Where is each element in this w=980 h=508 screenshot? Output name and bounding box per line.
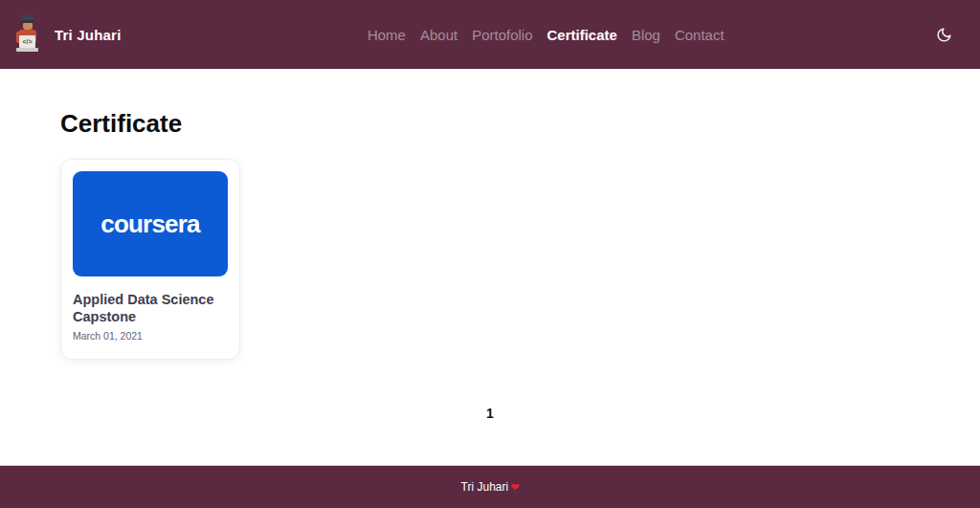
nav-item-home[interactable]: Home: [368, 27, 406, 43]
nav-item-blog[interactable]: Blog: [632, 27, 660, 43]
avatar-icon: </>: [13, 14, 41, 55]
pagination-page-1[interactable]: 1: [480, 404, 500, 423]
nav-item-contact[interactable]: Contact: [675, 27, 724, 43]
theme-toggle-button[interactable]: [932, 23, 955, 46]
nav-item-portofolio[interactable]: Portofolio: [472, 27, 532, 43]
page-title: Certificate: [60, 109, 920, 139]
certificate-title: Applied Data Science Capstone: [73, 292, 228, 325]
certificate-card[interactable]: coursera Applied Data Science Capstone M…: [60, 159, 240, 360]
footer: Tri Juhari ❤: [0, 466, 980, 508]
main-content: Certificate coursera Applied Data Scienc…: [0, 69, 980, 423]
nav-item-certificate[interactable]: Certificate: [547, 27, 617, 43]
main-nav: Home About Portofolio Certificate Blog C…: [160, 27, 932, 43]
coursera-logo-text: coursera: [100, 210, 199, 239]
brand-name[interactable]: Tri Juhari: [55, 27, 122, 43]
coursera-logo: coursera: [73, 171, 228, 276]
svg-text:</>: </>: [22, 38, 32, 45]
pagination: 1: [60, 404, 920, 423]
moon-icon: [936, 27, 952, 43]
nav-item-about[interactable]: About: [420, 27, 457, 43]
heart-icon: ❤: [510, 482, 519, 493]
footer-text: Tri Juhari: [461, 480, 509, 494]
certificate-date: March 01, 2021: [73, 330, 228, 342]
header: </> Tri Juhari Home About Portofolio Cer…: [0, 0, 980, 69]
brand[interactable]: </> Tri Juhari: [13, 14, 122, 55]
